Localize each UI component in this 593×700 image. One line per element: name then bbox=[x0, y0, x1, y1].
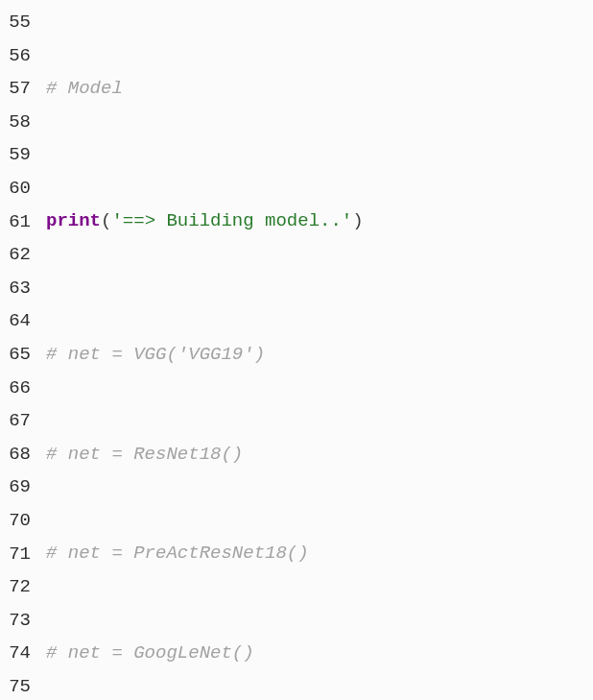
line-number: 75 bbox=[6, 670, 31, 700]
comment-token: # net = GoogLeNet() bbox=[46, 637, 254, 670]
punct-token: ( bbox=[101, 205, 111, 238]
code-editor: 55 56 57 58 59 60 61 62 63 64 65 66 67 6… bbox=[0, 0, 593, 700]
line-number: 59 bbox=[6, 138, 31, 172]
line-number: 65 bbox=[6, 338, 31, 372]
code-line: # net = PreActResNet18() bbox=[46, 537, 593, 570]
code-content[interactable]: # Model print('==> Building model..') # … bbox=[38, 0, 593, 700]
line-number: 72 bbox=[6, 570, 31, 604]
punct-token: ) bbox=[352, 205, 363, 238]
line-number: 74 bbox=[6, 637, 31, 670]
code-line: print('==> Building model..') bbox=[46, 205, 593, 238]
string-token: '==> Building model..' bbox=[111, 205, 352, 238]
line-number: 60 bbox=[6, 172, 31, 205]
line-number: 63 bbox=[6, 272, 31, 305]
line-number: 70 bbox=[6, 504, 31, 538]
code-line: # net = ResNet18() bbox=[46, 438, 593, 471]
line-number-gutter: 55 56 57 58 59 60 61 62 63 64 65 66 67 6… bbox=[0, 0, 38, 700]
comment-token: # Model bbox=[46, 72, 123, 106]
line-number: 58 bbox=[6, 106, 31, 139]
line-number: 67 bbox=[6, 404, 31, 438]
line-number: 69 bbox=[6, 471, 31, 504]
line-number: 57 bbox=[6, 72, 31, 106]
code-line: # net = GoogLeNet() bbox=[46, 637, 593, 670]
line-number: 71 bbox=[6, 538, 31, 571]
comment-token: # net = VGG('VGG19') bbox=[46, 338, 265, 372]
builtin-token: print bbox=[46, 205, 101, 238]
code-line: # net = VGG('VGG19') bbox=[46, 338, 593, 372]
line-number: 62 bbox=[6, 238, 31, 272]
line-number: 64 bbox=[6, 304, 31, 338]
line-number: 55 bbox=[6, 6, 31, 39]
code-line: # Model bbox=[46, 72, 593, 106]
line-number: 56 bbox=[6, 39, 31, 73]
comment-token: # net = ResNet18() bbox=[46, 438, 243, 471]
line-number: 66 bbox=[6, 372, 31, 405]
line-number: 61 bbox=[6, 205, 31, 239]
line-number: 73 bbox=[6, 604, 31, 638]
line-number: 68 bbox=[6, 438, 31, 471]
comment-token: # net = PreActResNet18() bbox=[46, 537, 309, 570]
